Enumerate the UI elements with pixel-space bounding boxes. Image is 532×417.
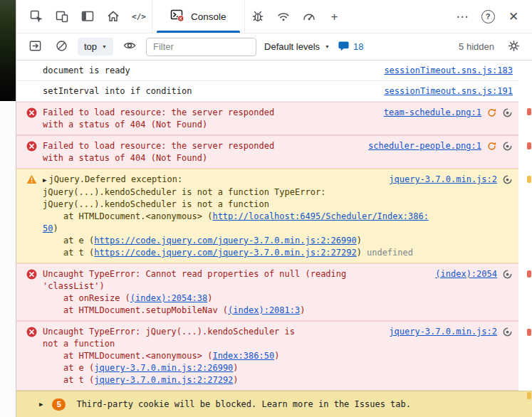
source-link[interactable]: sessionTimeout.sns.js:183 xyxy=(384,65,513,77)
refresh-resource-icon[interactable] xyxy=(486,107,497,118)
copilot-explain-icon[interactable] xyxy=(502,327,513,337)
welcome-tab[interactable] xyxy=(100,4,126,28)
more-options-button[interactable]: ⋯ xyxy=(449,4,475,28)
copilot-explain-icon[interactable] xyxy=(502,269,513,280)
stack-frame-link[interactable]: (index):2054:38 xyxy=(130,293,207,303)
tabbar-spacer xyxy=(348,0,449,33)
source-link[interactable]: sessionTimeout.sns.js:191 xyxy=(384,85,513,97)
console-message-document-ready[interactable]: document is ready sessionTimeout.sns.js:… xyxy=(16,60,518,81)
copilot-explain-icon[interactable] xyxy=(502,141,513,152)
warning-marker[interactable] xyxy=(527,176,531,183)
issues-counter[interactable]: 18 xyxy=(338,40,363,54)
error-marker[interactable] xyxy=(527,329,531,336)
message-source: (index):2054 xyxy=(435,268,513,280)
performance-tab[interactable] xyxy=(296,4,322,28)
gear-icon xyxy=(507,39,521,55)
error-text: Uncaught TypeError: jQuery(...).kendoSch… xyxy=(43,326,306,350)
console-message-kendoscheduler-error[interactable]: Uncaught TypeError: jQuery(...).kendoSch… xyxy=(16,321,518,391)
stack-frame-text: at HTMLDocument.setupMobileNav ( xyxy=(43,305,228,315)
live-expression-button[interactable] xyxy=(120,37,140,57)
bug-tab[interactable] xyxy=(245,4,271,28)
chevron-down-icon: ▼ xyxy=(102,44,107,49)
message-gutter xyxy=(26,86,37,97)
console-message-jquery-deferred-exception[interactable]: ▶jQuery.Deferred exception:jQuery(...).k… xyxy=(16,169,518,263)
stack-frame-text: at t ( xyxy=(43,375,94,385)
background-page-strip xyxy=(0,0,16,417)
log-levels-selector[interactable]: Default levels ▼ xyxy=(263,38,331,55)
source-link[interactable]: (index):2054 xyxy=(435,268,497,280)
panel-open-icon xyxy=(28,39,42,55)
stack-frame-link[interactable]: jquery-3.7.0.min.js:2:26990 xyxy=(94,363,233,373)
help-button[interactable]: ? xyxy=(475,4,501,28)
scrollbar-markers xyxy=(526,64,531,417)
close-devtools-button[interactable]: ✕ xyxy=(501,4,526,28)
console-message-classlist-error[interactable]: Uncaught TypeError: Cannot read properti… xyxy=(16,263,518,321)
copilot-explain-icon[interactable] xyxy=(502,107,513,118)
stack-frame-text: at onResize ( xyxy=(43,293,130,303)
error-icon xyxy=(26,269,37,280)
console-message-setinterval[interactable]: setInterval into if condition sessionTim… xyxy=(16,81,518,102)
error-text: Failed to load resource: the server resp… xyxy=(43,107,285,131)
console-message-404-scheduler-people[interactable]: Failed to load resource: the server resp… xyxy=(16,135,518,169)
console-sidebar-button[interactable] xyxy=(25,37,45,57)
source-link[interactable]: jquery-3.7.0.min.js:2 xyxy=(389,326,497,338)
repeat-count-badge: 5 xyxy=(52,398,66,411)
chevron-down-icon: ▼ xyxy=(325,44,330,49)
stack-frame-link[interactable]: jquery-3.7.0.min.js:2:27292 xyxy=(94,375,233,385)
bug-icon xyxy=(251,9,265,23)
close-icon: ✕ xyxy=(508,11,518,23)
source-link[interactable]: scheduler-people.png:1 xyxy=(368,140,481,152)
log-text: setInterval into if condition xyxy=(43,86,192,96)
background-page-image xyxy=(0,0,16,101)
stack-frame-text: at e ( xyxy=(43,236,94,246)
error-marker[interactable] xyxy=(527,270,531,278)
gauge-icon xyxy=(302,9,316,23)
clear-console-button[interactable] xyxy=(51,37,71,57)
console-tab-label: Console xyxy=(191,11,226,22)
warning-marker[interactable] xyxy=(527,392,531,399)
elements-tab[interactable]: </> xyxy=(126,4,152,28)
message-gutter xyxy=(26,65,37,76)
undefined-result: undefined xyxy=(367,248,413,258)
issues-count: 18 xyxy=(353,41,363,52)
filter-input[interactable] xyxy=(146,38,256,56)
cookie-warning-text: Third-party cookie will be blocked. Lear… xyxy=(76,399,411,409)
console-settings-button[interactable] xyxy=(504,37,523,57)
stack-frame-text: at e ( xyxy=(43,363,94,373)
copilot-explain-icon[interactable] xyxy=(502,174,513,185)
console-message-404-team-schedule[interactable]: Failed to load resource: the server resp… xyxy=(16,102,518,135)
chat-bubble-icon xyxy=(338,40,350,54)
plus-icon: + xyxy=(331,11,338,23)
panel-layout-button[interactable] xyxy=(75,4,100,28)
cookie-warning-group[interactable]: ▶ 5 Third-party cookie will be blocked. … xyxy=(16,391,532,417)
context-selector[interactable]: top ▼ xyxy=(78,38,113,56)
stack-frame-link[interactable]: https://code.jquery.com/jquery-3.7.0.min… xyxy=(94,236,356,246)
message-source: scheduler-people.png:1 xyxy=(368,140,513,152)
error-marker[interactable] xyxy=(527,142,531,149)
error-marker[interactable] xyxy=(527,108,531,115)
expand-group-icon[interactable]: ▶ xyxy=(39,401,43,408)
source-link[interactable]: team-schedule.png:1 xyxy=(384,107,481,119)
clear-icon xyxy=(55,39,68,55)
expand-message-icon[interactable]: ▶ xyxy=(43,176,46,184)
code-icon: </> xyxy=(132,12,146,21)
device-emulation-icon xyxy=(55,9,69,23)
console-messages: document is ready sessionTimeout.sns.js:… xyxy=(16,60,532,391)
dock-panel-icon xyxy=(80,9,95,23)
console-tab[interactable]: Console xyxy=(152,0,245,33)
device-emulation-button[interactable] xyxy=(49,4,75,28)
network-tab[interactable] xyxy=(271,4,296,28)
source-link[interactable]: jquery-3.7.0.min.js:2 xyxy=(389,174,497,186)
stack-frame-link[interactable]: https://code.jquery.com/jquery-3.7.0.min… xyxy=(94,248,356,258)
stack-frame-link[interactable]: (index):2081:3 xyxy=(228,305,300,315)
inspect-cursor-icon xyxy=(29,9,43,23)
refresh-resource-icon[interactable] xyxy=(486,141,497,152)
inspect-element-button[interactable] xyxy=(24,4,49,28)
more-tabs-button[interactable]: + xyxy=(322,4,348,28)
error-text: Failed to load resource: the server resp… xyxy=(43,140,285,164)
hidden-messages-label: 5 hidden xyxy=(459,41,494,52)
error-icon xyxy=(26,141,37,152)
error-icon xyxy=(26,327,37,337)
message-source: sessionTimeout.sns.js:183 xyxy=(384,65,513,77)
stack-frame-link[interactable]: Index:386:50 xyxy=(212,351,274,361)
